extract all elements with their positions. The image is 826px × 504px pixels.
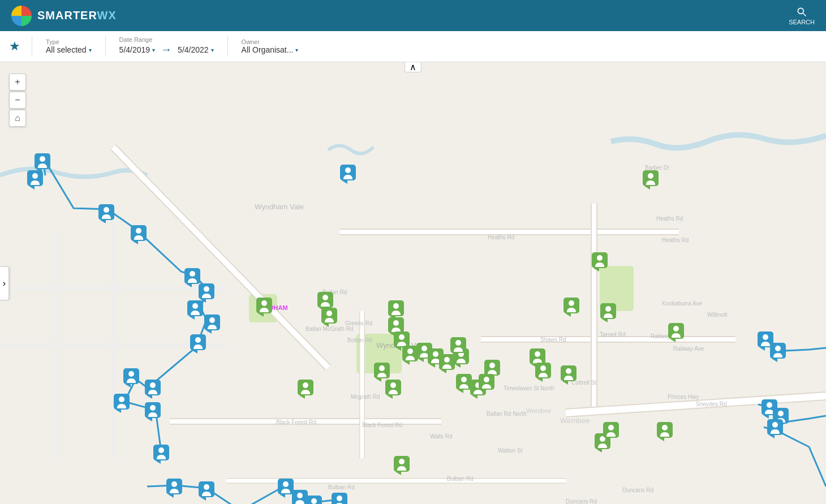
map-pin[interactable] — [563, 298, 579, 317]
map-pin[interactable] — [298, 380, 313, 399]
map-pin[interactable] — [27, 170, 43, 189]
svg-point-199 — [540, 365, 546, 371]
map-pin[interactable] — [114, 394, 130, 413]
map-pin[interactable] — [199, 283, 214, 303]
svg-point-79 — [192, 303, 198, 309]
svg-marker-198 — [537, 378, 543, 382]
svg-point-100 — [158, 447, 164, 453]
map-pin[interactable] — [332, 493, 347, 504]
logo-group: SMARTERWX — [11, 6, 117, 26]
svg-point-145 — [322, 295, 328, 300]
map-pin[interactable] — [190, 334, 206, 354]
map-pin[interactable] — [35, 153, 50, 173]
svg-point-178 — [379, 365, 385, 371]
map-pin[interactable] — [535, 363, 551, 382]
map-pin[interactable] — [450, 337, 466, 356]
favorites-button[interactable]: ★ — [9, 39, 20, 54]
side-panel-toggle[interactable]: › — [0, 266, 9, 300]
search-button[interactable]: SEARCH — [789, 6, 815, 25]
home-button[interactable]: ⌂ — [9, 110, 26, 127]
svg-point-220 — [648, 173, 653, 179]
svg-point-226 — [662, 425, 668, 430]
map-pin[interactable] — [131, 225, 147, 244]
svg-point-217 — [569, 300, 574, 306]
svg-marker-228 — [596, 449, 602, 453]
map-pin[interactable] — [306, 496, 322, 504]
owner-dropdown[interactable]: All Organisat... ▾ — [242, 45, 299, 54]
svg-point-205 — [303, 382, 308, 388]
map-pin[interactable] — [321, 308, 337, 327]
map-pin[interactable] — [767, 419, 783, 438]
type-dropdown[interactable]: All selected ▾ — [46, 45, 92, 54]
svg-point-223 — [673, 326, 679, 331]
map-container[interactable]: Wyndham Vale OHAM Wyndha... Vale Werribe… — [0, 62, 826, 504]
svg-marker-78 — [189, 316, 195, 320]
map-pin[interactable] — [153, 445, 169, 464]
map-pin[interactable] — [402, 346, 418, 365]
svg-point-121 — [337, 496, 342, 501]
map-pin[interactable] — [256, 298, 272, 317]
zoom-in-button[interactable]: + — [9, 74, 26, 91]
svg-point-136 — [778, 411, 784, 416]
map-pin[interactable] — [388, 300, 404, 320]
svg-point-190 — [489, 363, 495, 368]
svg-point-163 — [421, 346, 427, 351]
svg-rect-2 — [0, 62, 826, 504]
map-pin[interactable] — [394, 456, 410, 475]
date-from-chevron-icon: ▾ — [152, 47, 155, 53]
svg-point-139 — [772, 422, 778, 428]
title-smarter: SMARTER — [37, 9, 97, 21]
svg-marker-69 — [132, 241, 138, 244]
map-pin[interactable] — [770, 343, 786, 362]
map-pin[interactable] — [374, 363, 390, 382]
map-pin[interactable] — [340, 165, 356, 184]
svg-text:Bolton Rd: Bolton Rd — [347, 337, 372, 343]
app-title: SMARTERWX — [37, 9, 117, 22]
svg-text:Heaths Rd: Heaths Rd — [656, 216, 683, 222]
map-pin[interactable] — [123, 368, 139, 387]
map-pin[interactable] — [385, 380, 401, 399]
map-pin[interactable] — [657, 422, 673, 441]
svg-text:Ballan Rd North: Ballan Rd North — [487, 411, 527, 417]
svg-marker-87 — [125, 384, 131, 387]
map-pin[interactable] — [439, 354, 455, 373]
map-pin[interactable] — [600, 303, 616, 322]
svg-point-106 — [204, 484, 209, 490]
svg-text:Bulban Rd: Bulban Rd — [447, 476, 474, 482]
svg-point-61 — [40, 156, 45, 162]
map-pin[interactable] — [145, 402, 161, 421]
svg-text:Princes Hwy: Princes Hwy — [668, 394, 699, 400]
svg-marker-147 — [323, 324, 329, 327]
map-pin[interactable] — [561, 365, 577, 385]
map-pin[interactable] — [204, 315, 220, 334]
svg-marker-231 — [605, 438, 610, 441]
svg-point-232 — [608, 425, 614, 430]
map-pin[interactable] — [166, 479, 182, 498]
svg-marker-138 — [769, 435, 775, 438]
map-pin[interactable] — [187, 300, 203, 320]
map-pin[interactable] — [184, 268, 200, 287]
svg-marker-156 — [395, 347, 401, 351]
map-pin[interactable] — [592, 252, 608, 272]
zoom-out-button[interactable]: − — [9, 92, 26, 109]
map-pin[interactable] — [98, 204, 114, 223]
filter-toolbar: ★ Type All selected ▾ Date Range 5/4/201… — [0, 31, 826, 62]
svg-marker-177 — [376, 378, 381, 382]
svg-text:Duncans Rd: Duncans Rd — [622, 487, 653, 493]
date-from-dropdown[interactable]: 5/4/2019 ▾ — [119, 45, 156, 54]
svg-point-154 — [393, 320, 399, 326]
map-pin[interactable] — [292, 490, 308, 504]
svg-point-208 — [399, 459, 405, 464]
map-pin[interactable] — [278, 479, 294, 498]
search-icon — [796, 6, 807, 18]
map-pin[interactable] — [603, 422, 619, 441]
map-pin[interactable] — [668, 323, 684, 342]
map-collapse-button[interactable]: ∧ — [405, 62, 421, 72]
map-pin[interactable] — [479, 374, 494, 393]
map-pin[interactable] — [643, 170, 659, 189]
map-pin[interactable] — [199, 481, 214, 501]
map-pin[interactable] — [145, 380, 161, 399]
svg-point-211 — [597, 255, 603, 261]
map-pin[interactable] — [456, 374, 472, 393]
date-to-dropdown[interactable]: 5/4/2022 ▾ — [178, 45, 214, 54]
